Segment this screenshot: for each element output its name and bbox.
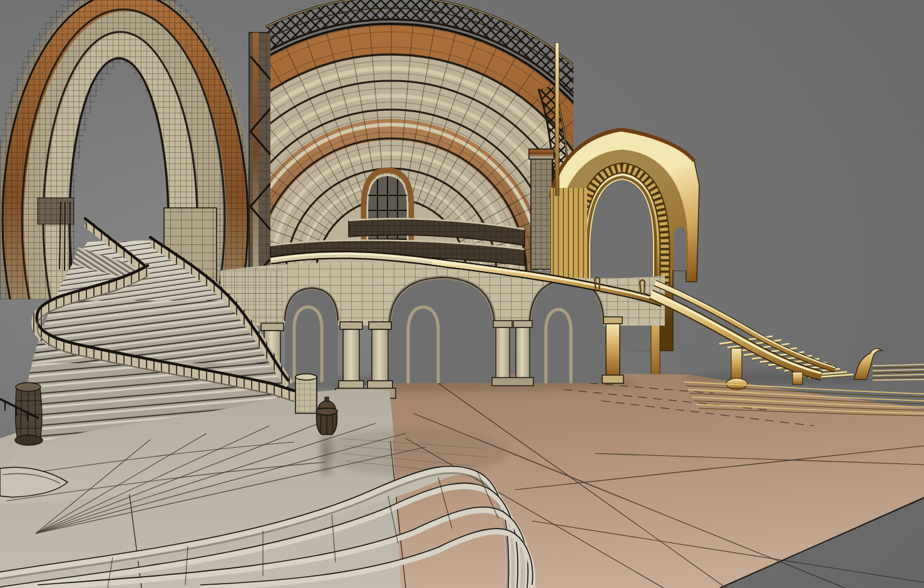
viewport-3d[interactable] [0,0,924,588]
render-canvas[interactable] [0,0,924,588]
